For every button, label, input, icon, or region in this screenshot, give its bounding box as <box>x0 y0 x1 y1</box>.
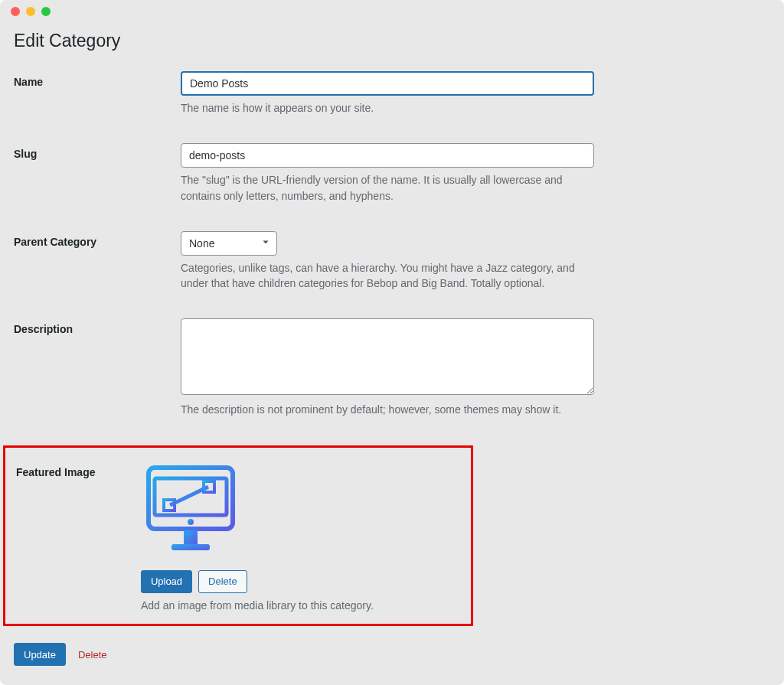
description-label: Description <box>14 318 181 335</box>
svg-rect-3 <box>184 530 198 544</box>
upload-button[interactable]: Upload <box>141 570 192 593</box>
description-help: The description is not prominent by defa… <box>181 402 594 417</box>
parent-field-wrap: None Categories, unlike tags, can have a… <box>181 231 594 292</box>
slug-input[interactable] <box>181 143 594 168</box>
field-row-slug: Slug The "slug" is the URL-friendly vers… <box>14 143 770 204</box>
featured-image-buttons: Upload Delete <box>141 570 471 593</box>
parent-select[interactable]: None <box>181 231 277 256</box>
slug-field-wrap: The "slug" is the URL-friendly version o… <box>181 143 594 204</box>
name-label: Name <box>14 71 181 88</box>
featured-image-field-wrap: Upload Delete Add an image from media li… <box>141 462 471 613</box>
slug-label: Slug <box>14 143 181 160</box>
field-row-description: Description The description is not promi… <box>14 318 770 417</box>
browser-window: Edit Category Name The name is how it ap… <box>0 0 784 685</box>
featured-image-label: Featured Image <box>16 462 141 478</box>
window-title-bar <box>0 0 784 23</box>
window-minimize-icon[interactable] <box>26 7 35 16</box>
monitor-design-icon <box>141 462 240 561</box>
name-help: The name is how it appears on your site. <box>181 100 594 116</box>
parent-help: Categories, unlike tags, can have a hier… <box>181 260 594 292</box>
description-field-wrap: The description is not prominent by defa… <box>181 318 594 417</box>
svg-rect-4 <box>172 544 210 550</box>
field-row-featured-image: Featured Image <box>16 462 471 613</box>
field-row-name: Name The name is how it appears on your … <box>14 71 770 116</box>
description-textarea[interactable] <box>181 318 594 395</box>
page-content: Edit Category Name The name is how it ap… <box>0 23 784 666</box>
window-maximize-icon[interactable] <box>41 7 51 16</box>
featured-image-preview <box>141 462 240 561</box>
field-row-parent: Parent Category None Categories, unlike … <box>14 231 770 292</box>
window-close-icon[interactable] <box>11 7 20 16</box>
slug-help: The "slug" is the URL-friendly version o… <box>181 172 594 204</box>
update-button[interactable]: Update <box>14 643 66 666</box>
page-title: Edit Category <box>14 31 770 51</box>
page-actions: Update Delete <box>14 643 770 666</box>
featured-image-help: Add an image from media library to this … <box>141 598 471 613</box>
svg-point-2 <box>188 519 194 525</box>
featured-image-highlight: Featured Image <box>3 445 473 626</box>
name-field-wrap: The name is how it appears on your site. <box>181 71 594 116</box>
parent-select-wrap: None <box>181 231 277 256</box>
featured-image-delete-button[interactable]: Delete <box>198 570 247 593</box>
delete-link[interactable]: Delete <box>78 649 107 661</box>
parent-label: Parent Category <box>14 231 181 248</box>
name-input[interactable] <box>181 71 594 96</box>
